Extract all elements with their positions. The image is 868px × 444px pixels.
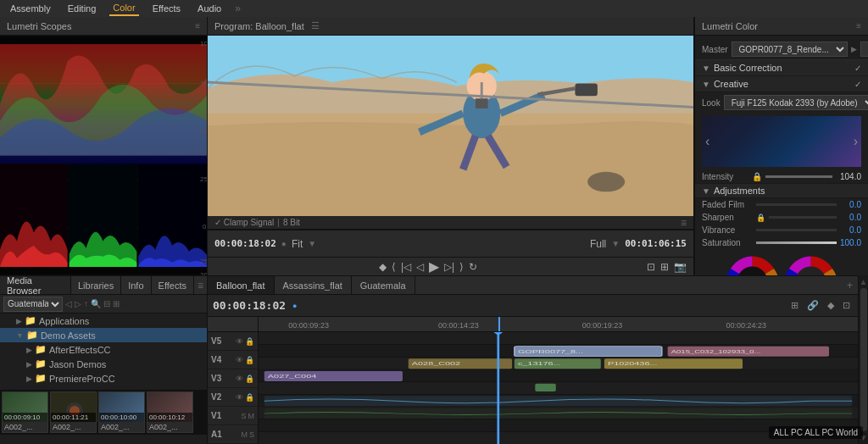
menu-assembly[interactable]: Assembly [7, 2, 54, 15]
faded-film-slider[interactable] [756, 203, 837, 206]
intensity-slider[interactable] [765, 175, 832, 178]
look-prev-btn[interactable]: ‹ [705, 134, 709, 149]
track-header-v5: V5 👁 🔒 [208, 332, 258, 351]
tab-info[interactable]: Info [121, 276, 151, 294]
play-stop-btn[interactable]: ▶ [429, 258, 439, 275]
vibrance-row: Vibrance 0.0 [695, 224, 868, 236]
nav-back-icon[interactable]: ◁ [65, 299, 72, 308]
step-back-btn[interactable]: ⟨ [392, 261, 396, 273]
tab-assassins-flat[interactable]: Assassins_flat [275, 276, 352, 294]
vibrance-value: 0.0 [840, 225, 861, 235]
shadow-tint-wheel[interactable] [725, 254, 780, 275]
track-headers: V5 👁 🔒 V4 👁 🔒 [208, 317, 259, 444]
export-frame-btn[interactable]: 📷 [674, 261, 687, 273]
step-fwd-btn[interactable]: ⟩ [459, 261, 464, 273]
menu-effects[interactable]: Effects [149, 2, 184, 15]
adjustments-header[interactable]: ▼ Adjustments [695, 183, 868, 198]
folder-up-icon[interactable]: ↑ [84, 299, 88, 308]
tree-item-applications[interactable]: ▶ 📁 Applications [0, 314, 207, 328]
scroll-thumb[interactable] [860, 288, 867, 431]
tree-item-demo-assets[interactable]: ▼ 📁 Demo Assets [0, 328, 207, 342]
tree-item-jason[interactable]: ▶ 📁 Jason Demos [0, 357, 207, 371]
tab-media-browser[interactable]: Media Browser [0, 276, 71, 294]
track-eye-icon[interactable]: 👁 [236, 375, 243, 383]
arrow-icon: ▶ [26, 375, 32, 383]
tab-balloon-flat[interactable]: Balloon_flat [208, 276, 275, 294]
track-s2-icon[interactable]: S [249, 430, 254, 439]
tree-item-aftereffects[interactable]: ▶ 📁 AfterEffectsCC [0, 342, 207, 357]
clip-signal-menu[interactable]: ≡ [681, 217, 687, 229]
fit-arrow[interactable]: ▼ [308, 239, 316, 248]
search-icon[interactable]: 🔍 [91, 299, 101, 308]
track-eye-icon[interactable]: 👁 [236, 393, 243, 402]
thumbnail-item[interactable]: 00:00:10:12 A002_... [147, 391, 193, 433]
lumetri-color-menu-icon[interactable]: ≡ [856, 21, 861, 31]
track-header-v1: V1 S M [208, 407, 258, 425]
a1-label: A1 [211, 430, 222, 439]
track-m2-icon[interactable]: M [241, 430, 248, 439]
program-monitor-icon[interactable]: ☰ [311, 20, 320, 31]
tree-label: AfterEffectsCC [49, 345, 111, 355]
track-lock-icon[interactable]: 🔒 [245, 375, 254, 383]
sort-icon[interactable]: ⊞ [113, 299, 120, 308]
scopes-menu-icon[interactable]: ≡ [195, 21, 200, 31]
look-row: Look Fuji F125 Kodak 2393 (by Adobe) [695, 92, 868, 113]
tab-guatemala[interactable]: Guatemala [352, 276, 415, 294]
menu-editing[interactable]: Editing [64, 2, 100, 15]
track-eye-icon[interactable]: 👁 [236, 356, 243, 364]
media-panel-menu-icon[interactable]: ≡ [194, 280, 207, 291]
tab-effects[interactable]: Effects [152, 276, 194, 294]
basic-correction-check[interactable]: ✓ [854, 64, 861, 73]
track-sync-icon[interactable]: S [241, 412, 246, 420]
saturation-value: 100.0 [840, 238, 861, 247]
path-dropdown[interactable]: Guatemala [3, 297, 63, 312]
creative-check[interactable]: ✓ [854, 80, 861, 89]
track-lock-icon[interactable]: 🔒 [245, 393, 254, 402]
vibrance-slider[interactable] [756, 229, 837, 231]
nav-fwd-icon[interactable]: ▷ [75, 299, 81, 308]
creative-header[interactable]: ▼ Creative ✓ [695, 76, 868, 92]
balloon-clip-select[interactable]: Balloon_flat * GOPR0077_8... [860, 42, 868, 57]
folder-icon: 📁 [35, 344, 47, 355]
full-button[interactable]: Full [590, 238, 606, 250]
timeline-menu-icon[interactable]: + [842, 280, 858, 291]
thumbnail-item[interactable]: 00:00:09:10 A002_... [2, 391, 48, 433]
more-workspaces-icon[interactable]: » [235, 3, 241, 14]
highlights-tint-wheel[interactable] [783, 254, 838, 275]
insert-btn[interactable]: ⊡ [840, 299, 853, 312]
look-select[interactable]: Fuji F125 Kodak 2393 (by Adobe) [724, 95, 868, 110]
menu-color[interactable]: Color [109, 1, 138, 16]
basic-correction-header[interactable]: ▼ Basic Correction ✓ [695, 60, 868, 76]
master-clip-select[interactable]: GOPR0077_8_Rende... [732, 42, 848, 57]
fit-dropdown[interactable]: Fit [292, 238, 303, 250]
scroll-up-icon[interactable]: ▲ [860, 277, 868, 286]
svg-text:P1020436...: P1020436... [608, 361, 658, 366]
view-toggle-icon[interactable]: ⊟ [103, 299, 110, 308]
add-marker-btn[interactable]: ◆ [379, 261, 387, 273]
timeline-scrollbar[interactable]: ▲ ▼ [858, 275, 868, 444]
snap-btn[interactable]: ⊞ [788, 299, 801, 312]
prev-edit-btn[interactable]: |◁ [401, 261, 411, 273]
track-lock-icon[interactable]: 🔒 [245, 337, 254, 346]
track-m-icon[interactable]: M [248, 412, 255, 420]
tab-libraries[interactable]: Libraries [71, 276, 121, 294]
next-edit-btn[interactable]: ▷| [444, 261, 454, 273]
timeline-panel: Balloon_flat Assassins_flat Guatemala + … [208, 275, 858, 444]
track-lock-icon[interactable]: 🔒 [245, 356, 254, 364]
loop-btn[interactable]: ↻ [469, 261, 477, 273]
marker-btn[interactable]: ◆ [825, 299, 837, 312]
saturation-slider[interactable] [756, 241, 837, 244]
track-eye-icon[interactable]: 👁 [236, 337, 243, 346]
clip-duration: 00:00:11:21 [51, 413, 96, 422]
link-btn[interactable]: 🔗 [804, 299, 821, 312]
sharpen-slider[interactable] [769, 216, 837, 219]
output-btn[interactable]: ⊞ [660, 261, 669, 273]
play-reverse-btn[interactable]: ◁ [416, 261, 424, 273]
menu-audio[interactable]: Audio [194, 2, 225, 15]
tree-item-premiere[interactable]: ▶ 📁 PremiereProCC [0, 371, 207, 386]
safe-margins-btn[interactable]: ⊡ [647, 261, 655, 273]
thumbnail-item[interactable]: 00:00:10:00 A002_... [98, 391, 145, 433]
full-arrow[interactable]: ▼ [611, 239, 620, 248]
thumbnail-item[interactable]: 00:00:11:21 A002_... [50, 391, 97, 433]
look-next-btn[interactable]: › [854, 134, 858, 149]
